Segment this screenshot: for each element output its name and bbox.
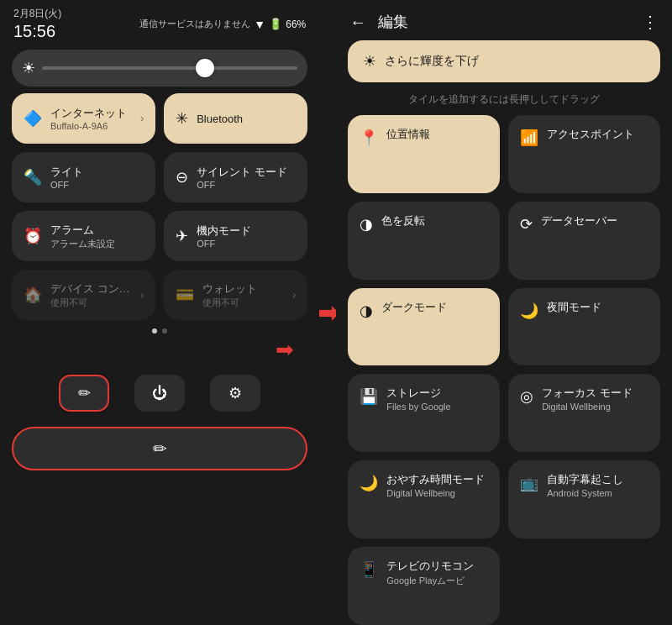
- edit-button[interactable]: ✏: [59, 375, 109, 412]
- tile-internet-sublabel: Buffalo-A-9A6: [50, 121, 127, 131]
- tile-internet-arrow: ›: [140, 113, 144, 124]
- edit-header: ← 編集 ⋮: [336, 0, 672, 40]
- night-mode-icon: 🌙: [520, 302, 538, 320]
- tile-airplane-sublabel: OFF: [197, 239, 251, 249]
- tile-bedtime-sub: Digital Wellbeing: [386, 488, 485, 498]
- tile-focus-mode-label: フォーカス モード: [542, 386, 633, 401]
- tile-dark-mode[interactable]: ◑ ダークモード: [348, 288, 500, 366]
- wifi-tile-icon: 🔷: [24, 109, 42, 128]
- settings-icon: ⚙: [228, 384, 242, 402]
- quick-tiles-grid: 🔷 インターネット Buffalo-A-9A6 › ✳ Bluetooth 🔦 …: [0, 93, 319, 320]
- power-icon: ⏻: [152, 385, 167, 402]
- tile-silent[interactable]: ⊖ サイレント モード OFF: [164, 152, 307, 202]
- tile-tv-remote[interactable]: 📱 テレビのリモコン Google Playムービ: [348, 547, 500, 625]
- dark-mode-icon: ◑: [360, 302, 373, 320]
- bottom-controls: ✏ ⏻ ⚙: [12, 366, 307, 420]
- tile-hotspot[interactable]: 📶 アクセスポイント: [508, 115, 660, 193]
- silent-icon: ⊖: [176, 168, 188, 186]
- airplane-icon: ✈: [176, 227, 188, 245]
- tile-flashlight-label: ライト: [50, 165, 83, 180]
- tile-night-mode-text: 夜間モード: [547, 300, 601, 315]
- tile-wallet[interactable]: 💳 ウォレット 使用不可 ›: [164, 270, 307, 320]
- tile-hotspot-text: アクセスポイント: [547, 127, 634, 142]
- dot-2: [162, 328, 167, 334]
- tile-storage[interactable]: 💾 ストレージ Files by Google: [348, 374, 500, 452]
- tile-bedtime-label: おやすみ時間モード: [386, 472, 485, 487]
- swipe-arrow-icon: ➡: [276, 337, 294, 363]
- tile-bluetooth[interactable]: ✳ Bluetooth: [164, 93, 307, 144]
- settings-button[interactable]: ⚙: [210, 375, 260, 412]
- tile-color-invert[interactable]: ◑ 色を反転: [348, 202, 500, 280]
- tile-tv-remote-label: テレビのリモコン: [386, 559, 474, 574]
- location-icon: 📍: [360, 129, 378, 147]
- tile-device-control-label: デバイス コン…: [50, 281, 130, 297]
- tile-hotspot-label: アクセスポイント: [547, 127, 634, 142]
- tile-device-control[interactable]: 🏠 デバイス コン… 使用不可 ›: [12, 270, 155, 320]
- tile-alarm[interactable]: ⏰ アラーム アラーム未設定: [12, 211, 155, 261]
- tile-location-label: 位置情報: [386, 127, 430, 142]
- tile-captions-text: 自動字幕起こし Android System: [547, 472, 623, 498]
- tile-focus-mode-sub: Digital Wellbeing: [542, 402, 633, 412]
- tile-tv-remote-text: テレビのリモコン Google Playムービ: [386, 559, 474, 587]
- dot-1: [152, 328, 157, 334]
- tile-wallet-sublabel: 使用不可: [202, 297, 257, 309]
- tile-tv-remote-sub: Google Playムービ: [386, 575, 474, 587]
- dim-icon: ☀: [363, 52, 376, 71]
- tile-bedtime-text: おやすみ時間モード Digital Wellbeing: [386, 472, 485, 498]
- tile-wallet-text: ウォレット 使用不可: [202, 281, 257, 309]
- big-arrow-icon: ➡: [318, 298, 339, 328]
- tile-data-saver-label: データセーバー: [541, 213, 617, 228]
- status-time: 15:56: [13, 22, 61, 41]
- brightness-icon: ☀: [22, 59, 35, 77]
- battery-icon: 🔋: [269, 18, 282, 30]
- tile-location-text: 位置情報: [386, 127, 430, 142]
- back-button[interactable]: ←: [349, 13, 366, 32]
- edit-bar[interactable]: ✏: [12, 427, 307, 470]
- tile-captions-sub: Android System: [547, 488, 623, 498]
- tile-airplane[interactable]: ✈ 機内モード OFF: [164, 211, 307, 261]
- edit-page-title: 編集: [378, 12, 630, 32]
- tile-wallet-label: ウォレット: [202, 281, 257, 297]
- tile-focus-mode-text: フォーカス モード Digital Wellbeing: [542, 386, 633, 412]
- edit-tiles-grid: 📍 位置情報 📶 アクセスポイント ◑ 色を反転 ⟳ データセーバー: [336, 115, 672, 625]
- swipe-arrow-row: ➡: [0, 337, 319, 363]
- tile-location[interactable]: 📍 位置情報: [348, 115, 500, 193]
- tile-data-saver-text: データセーバー: [541, 213, 617, 228]
- tile-device-control-sublabel: 使用不可: [50, 297, 130, 309]
- tile-captions[interactable]: 📺 自動字幕起こし Android System: [508, 460, 660, 538]
- tile-night-mode-label: 夜間モード: [547, 300, 601, 315]
- device-control-icon: 🏠: [24, 286, 42, 304]
- drag-hint: タイルを追加するには長押ししてドラッグ: [336, 92, 672, 107]
- page-dots: [0, 328, 319, 334]
- power-button[interactable]: ⏻: [134, 375, 185, 412]
- brightness-bar[interactable]: ☀: [12, 50, 307, 87]
- tile-bluetooth-text: Bluetooth: [197, 113, 243, 125]
- more-menu-button[interactable]: ⋮: [642, 12, 659, 32]
- edit-icon: ✏: [78, 384, 91, 402]
- tile-flashlight[interactable]: 🔦 ライト OFF: [12, 152, 155, 202]
- tile-focus-mode[interactable]: ◎ フォーカス モード Digital Wellbeing: [508, 374, 660, 452]
- panel-divider: ➡: [319, 0, 336, 625]
- focus-mode-icon: ◎: [520, 387, 533, 406]
- tile-bedtime[interactable]: 🌙 おやすみ時間モード Digital Wellbeing: [348, 460, 500, 538]
- brightness-track: [42, 66, 297, 70]
- right-panel: ← 編集 ⋮ ☀ さらに輝度を下げ タイルを追加するには長押ししてドラッグ 📍 …: [336, 0, 672, 625]
- tile-night-mode[interactable]: 🌙 夜間モード: [508, 288, 660, 366]
- bedtime-icon: 🌙: [360, 474, 378, 492]
- tile-data-saver[interactable]: ⟳ データセーバー: [508, 202, 660, 280]
- storage-icon: 💾: [360, 387, 378, 406]
- tile-silent-text: サイレント モード OFF: [197, 165, 287, 190]
- carrier-text: 通信サービスはありません: [139, 18, 250, 30]
- dim-tile[interactable]: ☀ さらに輝度を下げ: [348, 40, 660, 82]
- tile-color-invert-text: 色を反転: [381, 213, 425, 228]
- edit-bar-icon: ✏: [153, 439, 167, 459]
- tile-internet[interactable]: 🔷 インターネット Buffalo-A-9A6 ›: [12, 93, 155, 144]
- tile-color-invert-label: 色を反転: [381, 213, 425, 228]
- tile-alarm-sublabel: アラーム未設定: [50, 238, 115, 250]
- tv-remote-icon: 📱: [360, 560, 378, 579]
- tile-airplane-text: 機内モード OFF: [197, 223, 251, 249]
- battery-text: 66%: [286, 18, 306, 30]
- tile-dark-mode-text: ダークモード: [381, 300, 447, 315]
- tile-internet-text: インターネット Buffalo-A-9A6: [50, 106, 127, 131]
- status-date: 2月8日(火): [13, 7, 61, 21]
